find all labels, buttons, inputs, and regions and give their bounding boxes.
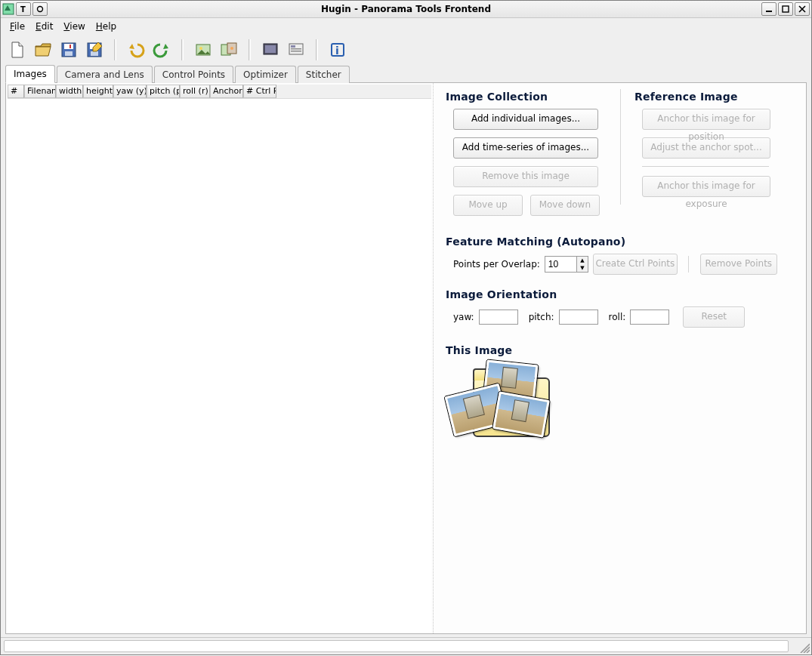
roll-label: roll:	[609, 312, 626, 322]
svg-rect-21	[291, 48, 301, 50]
svg-point-2	[38, 7, 43, 12]
roll-input[interactable]	[630, 310, 669, 325]
pitch-label: pitch:	[529, 312, 554, 322]
toolbar-separator	[249, 39, 251, 60]
add-image-icon[interactable]	[193, 39, 214, 60]
image-collection-group: Image Collection Add individual images..…	[446, 89, 607, 223]
autopano-icon[interactable]	[218, 39, 239, 60]
save-as-icon[interactable]	[84, 39, 105, 60]
svg-rect-6	[64, 44, 73, 49]
tab-stitcher[interactable]: Stitcher	[298, 66, 350, 83]
about-icon[interactable]: i	[327, 39, 348, 60]
new-icon[interactable]	[7, 39, 28, 60]
properties-icon[interactable]	[286, 39, 307, 60]
svg-rect-22	[291, 51, 301, 52]
svg-rect-20	[291, 45, 295, 48]
points-per-overlap-spinner[interactable]: ▲▼	[545, 256, 588, 273]
app-icon	[2, 3, 14, 15]
col-anchor[interactable]: Anchor	[210, 85, 243, 98]
toolbar-separator	[114, 39, 116, 60]
reset-orientation-button[interactable]: Reset	[683, 306, 745, 328]
preview-icon[interactable]	[260, 39, 281, 60]
maximize-button[interactable]	[778, 2, 793, 16]
create-ctrl-points-button[interactable]: Create Ctrl Points	[593, 254, 678, 275]
points-per-overlap-input[interactable]	[545, 256, 576, 273]
svg-line-26	[804, 647, 810, 653]
menu-file[interactable]: File	[10, 21, 25, 32]
svg-rect-3	[766, 11, 772, 12]
redo-icon[interactable]	[151, 39, 172, 60]
spinner-up-icon[interactable]: ▲	[577, 257, 588, 264]
menubar: File Edit View Help	[1, 18, 811, 35]
image-table-header: # Filename width height yaw (y) pitch (p…	[8, 85, 431, 99]
image-list-pane: # Filename width height yaw (y) pitch (p…	[6, 83, 434, 633]
this-image-title: This Image	[446, 344, 795, 356]
titlebar-stick-button[interactable]: T	[16, 2, 31, 16]
points-per-overlap-label: Points per Overlap:	[453, 259, 540, 269]
close-button[interactable]	[795, 2, 810, 16]
tab-images[interactable]: Images	[5, 65, 55, 83]
image-collection-title: Image Collection	[446, 91, 607, 103]
add-individual-button[interactable]: Add individual images...	[453, 109, 598, 130]
undo-icon[interactable]	[125, 39, 147, 60]
svg-line-27	[807, 650, 810, 653]
yaw-input[interactable]	[479, 310, 518, 325]
spinner-down-icon[interactable]: ▼	[577, 264, 588, 272]
remove-image-button[interactable]: Remove this image	[453, 166, 598, 187]
tab-camera-lens[interactable]: Camera and Lens	[57, 66, 153, 83]
titlebar-ontop-button[interactable]	[32, 2, 48, 16]
move-up-button[interactable]: Move up	[453, 195, 523, 216]
svg-point-13	[199, 47, 202, 50]
separator	[642, 166, 769, 167]
svg-rect-11	[91, 51, 98, 56]
col-yaw[interactable]: yaw (y)	[113, 85, 147, 98]
menu-edit[interactable]: Edit	[36, 21, 53, 32]
separator	[688, 256, 690, 273]
window-title: Hugin - Panorama Tools Frontend	[1, 4, 811, 14]
image-table-body[interactable]	[8, 99, 431, 632]
save-icon[interactable]	[58, 39, 79, 60]
feature-matching-row: Points per Overlap: ▲▼ Create Ctrl Point…	[446, 254, 795, 275]
svg-text:T: T	[20, 5, 26, 13]
col-roll[interactable]: roll (r)	[180, 85, 210, 98]
remove-points-button[interactable]: Remove Points	[700, 254, 777, 275]
toolbar-separator	[181, 39, 184, 60]
tab-control-points[interactable]: Control Points	[154, 66, 233, 83]
open-icon[interactable]	[32, 39, 54, 60]
resize-grip-icon[interactable]	[792, 638, 811, 654]
image-orientation-title: Image Orientation	[446, 288, 795, 300]
svg-rect-8	[69, 45, 71, 48]
tab-content: # Filename width height yaw (y) pitch (p…	[5, 83, 807, 634]
menu-help[interactable]: Help	[96, 21, 116, 32]
app-window: T Hugin - Panorama Tools Frontend File E…	[0, 0, 812, 655]
right-panel: Image Collection Add individual images..…	[434, 83, 806, 633]
minimize-button[interactable]	[761, 2, 776, 16]
statusbar	[1, 637, 811, 654]
svg-rect-7	[65, 51, 73, 56]
svg-rect-18	[265, 45, 276, 53]
toolbar-separator	[316, 39, 318, 60]
adjust-anchor-button[interactable]: Adjust the anchor spot...	[642, 137, 770, 159]
toolbar: i	[1, 35, 811, 65]
orientation-row: yaw: pitch: roll: Reset	[446, 306, 795, 328]
col-filename[interactable]: Filename	[24, 85, 56, 98]
reference-image-title: Reference Image	[634, 91, 795, 103]
status-well	[4, 640, 789, 652]
reference-image-group: Reference Image Anchor this image for po…	[620, 89, 795, 205]
anchor-position-button[interactable]: Anchor this image for position	[642, 109, 770, 130]
add-series-button[interactable]: Add time-series of images...	[453, 137, 598, 159]
pitch-input[interactable]	[559, 310, 598, 325]
move-down-button[interactable]: Move down	[530, 195, 600, 216]
svg-rect-4	[783, 6, 789, 12]
col-ctrlpnts[interactable]: # Ctrl Pnts	[243, 85, 276, 98]
col-pitch[interactable]: pitch (p)	[147, 85, 180, 98]
this-image-thumbnail	[446, 362, 559, 445]
menu-view[interactable]: View	[63, 21, 85, 32]
col-width[interactable]: width	[56, 85, 83, 98]
titlebar: T Hugin - Panorama Tools Frontend	[1, 1, 811, 18]
svg-text:i: i	[335, 45, 339, 57]
col-height[interactable]: height	[83, 85, 113, 98]
tab-optimizer[interactable]: Optimizer	[235, 66, 296, 83]
col-index[interactable]: #	[8, 85, 24, 98]
anchor-exposure-button[interactable]: Anchor this image for exposure	[642, 176, 770, 197]
